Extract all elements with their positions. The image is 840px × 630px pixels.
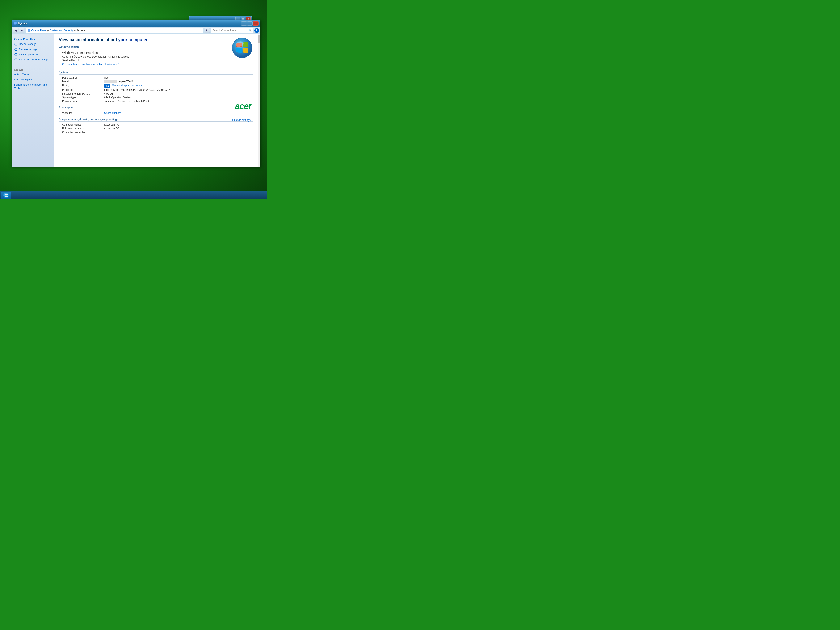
sidebar-item-remote-settings[interactable]: Remote settings bbox=[12, 47, 54, 52]
computer-name-value: szczepan-PC bbox=[104, 123, 119, 126]
computer-desc-label: Computer description: bbox=[62, 131, 104, 134]
svg-rect-5 bbox=[28, 31, 30, 32]
processor-label: Processor: bbox=[62, 88, 104, 92]
svg-point-33 bbox=[230, 120, 231, 120]
search-placeholder: Search Control Panel bbox=[213, 29, 237, 32]
rating-label: Rating: bbox=[62, 84, 104, 87]
system-protection-label: System protection bbox=[19, 53, 39, 57]
control-panel-home-link[interactable]: Control Panel Home bbox=[12, 36, 54, 41]
website-label: Website: bbox=[62, 112, 104, 114]
windows-experience-badge[interactable]: 4.1 bbox=[104, 84, 110, 88]
breadcrumb-sep-2: ▶ bbox=[74, 29, 76, 32]
computer-name-section-header: Computer name, domain, and workgroup set… bbox=[59, 118, 253, 122]
model-row: Model: Aspire Z5610 bbox=[59, 80, 253, 83]
see-also-label: See also bbox=[12, 68, 54, 72]
windows-logo bbox=[232, 37, 253, 58]
page-title: View basic information about your comput… bbox=[59, 37, 253, 42]
system-section: System Manufacturer: Acer Model: Aspire … bbox=[59, 71, 253, 103]
action-center-label: Action Center bbox=[14, 73, 30, 76]
sidebar-windows-update[interactable]: Windows Update bbox=[12, 77, 54, 82]
change-settings-container: Change settings bbox=[229, 118, 251, 122]
edition-name: Windows 7 Home Premium bbox=[62, 51, 98, 54]
ram-label: Installed memory (RAM): bbox=[62, 92, 104, 95]
change-settings-button[interactable]: Change settings bbox=[232, 118, 251, 122]
device-manager-icon bbox=[14, 43, 17, 46]
breadcrumb-system-security[interactable]: System and Security bbox=[50, 29, 73, 32]
more-features-row: Get more features with a new edition of … bbox=[59, 63, 253, 66]
manufacturer-row: Manufacturer: Acer bbox=[59, 76, 253, 79]
website-row: Website: Online support bbox=[59, 112, 253, 114]
start-button[interactable] bbox=[1, 192, 11, 199]
manufacturer-label: Manufacturer: bbox=[62, 76, 104, 79]
desktop: — □ ✕ System — □ ✕ bbox=[0, 0, 267, 199]
full-computer-name-row: Full computer name: szczepan-PC bbox=[59, 127, 253, 130]
rating-score: 4.1 bbox=[106, 84, 109, 87]
help-button[interactable]: ? bbox=[254, 28, 259, 33]
breadcrumb-computer-icon bbox=[27, 29, 30, 32]
system-window-icon bbox=[13, 22, 17, 25]
back-button[interactable]: ◀ bbox=[13, 28, 19, 33]
main-content: Control Panel Home Device Manager bbox=[12, 34, 260, 167]
window-title: System bbox=[18, 22, 27, 25]
rating-row: Rating: 4.1 Windows Experience Index bbox=[59, 84, 253, 88]
advanced-settings-label: Advanced system settings bbox=[19, 58, 48, 62]
system-section-header: System bbox=[59, 71, 253, 74]
svg-point-25 bbox=[16, 59, 16, 60]
page-title-normal: View basic information about bbox=[59, 37, 118, 42]
change-settings-icon bbox=[229, 118, 231, 122]
processor-row: Processor: Intel(R) Core(TM)2 Duo CPU E7… bbox=[59, 88, 253, 92]
remote-settings-icon bbox=[14, 48, 17, 51]
search-box[interactable]: Search Control Panel 🔍 bbox=[211, 28, 253, 33]
page-title-bold: your computer bbox=[118, 37, 148, 42]
title-bar: System — □ ✕ bbox=[12, 20, 260, 27]
windows-logo-container bbox=[232, 37, 253, 59]
breadcrumb-system: System bbox=[76, 29, 85, 32]
refresh-button[interactable]: ↻ bbox=[205, 28, 210, 33]
full-computer-name-value: szczepan-PC bbox=[104, 127, 119, 130]
svg-rect-1 bbox=[14, 24, 16, 25]
system-window: System — □ ✕ ◀ ▶ Control Panel bbox=[11, 20, 261, 167]
model-label: Model: bbox=[62, 80, 104, 83]
content-area: View basic information about your comput… bbox=[54, 34, 258, 167]
acer-logo: acer bbox=[235, 101, 251, 111]
search-icon[interactable]: 🔍 bbox=[248, 29, 251, 32]
computer-desc-row: Computer description: bbox=[59, 131, 253, 134]
acer-support-header: Acer support bbox=[59, 106, 253, 110]
svg-point-19 bbox=[16, 54, 16, 55]
sidebar-item-device-manager[interactable]: Device Manager bbox=[12, 41, 54, 47]
service-pack-row: Service Pack 1 bbox=[59, 59, 253, 62]
taskbar bbox=[0, 191, 267, 199]
remote-settings-label: Remote settings bbox=[19, 48, 37, 51]
scrollbar[interactable] bbox=[258, 34, 260, 167]
minimize-button[interactable]: — bbox=[241, 21, 247, 25]
service-pack: Service Pack 1 bbox=[62, 59, 79, 62]
breadcrumb-control-panel[interactable]: Control Panel bbox=[31, 29, 47, 32]
title-bar-left: System bbox=[13, 22, 27, 25]
sidebar-item-system-protection[interactable]: System protection bbox=[12, 52, 54, 57]
more-features-link[interactable]: Get more features with a new edition of … bbox=[62, 63, 119, 66]
model-image-placeholder bbox=[104, 80, 117, 83]
close-button[interactable]: ✕ bbox=[253, 21, 259, 25]
manufacturer-value: Acer bbox=[104, 76, 109, 79]
acer-logo-container: acer bbox=[235, 101, 251, 111]
sidebar-performance-tools[interactable]: Performance Information and Tools bbox=[12, 82, 54, 91]
windows-edition-header: Windows edition bbox=[59, 46, 253, 49]
sidebar-item-advanced-settings[interactable]: Advanced system settings bbox=[12, 57, 54, 62]
svg-point-30 bbox=[232, 38, 252, 58]
system-type-value: 64-bit Operating System bbox=[104, 96, 131, 99]
computer-name-row: Computer name: szczepan-PC bbox=[59, 123, 253, 126]
forward-button[interactable]: ▶ bbox=[19, 28, 24, 33]
breadcrumb-bar: Control Panel ▶ System and Security ▶ Sy… bbox=[25, 28, 204, 33]
windows-edition-section: Windows edition Windows 7 Home Premium C… bbox=[59, 46, 253, 66]
sidebar-action-center[interactable]: Action Center bbox=[12, 72, 54, 77]
model-value: Aspire Z5610 bbox=[118, 80, 133, 83]
ram-row: Installed memory (RAM): 4,00 GB bbox=[59, 92, 253, 95]
website-link[interactable]: Online support bbox=[104, 112, 120, 114]
svg-rect-4 bbox=[28, 31, 29, 31]
windows-update-label: Windows Update bbox=[14, 78, 33, 82]
svg-rect-0 bbox=[14, 22, 17, 24]
computer-name-section: Computer name, domain, and workgroup set… bbox=[59, 118, 253, 134]
system-type-label: System type: bbox=[62, 96, 104, 99]
maximize-button[interactable]: □ bbox=[247, 21, 253, 25]
windows-experience-link[interactable]: Windows Experience Index bbox=[112, 84, 142, 87]
